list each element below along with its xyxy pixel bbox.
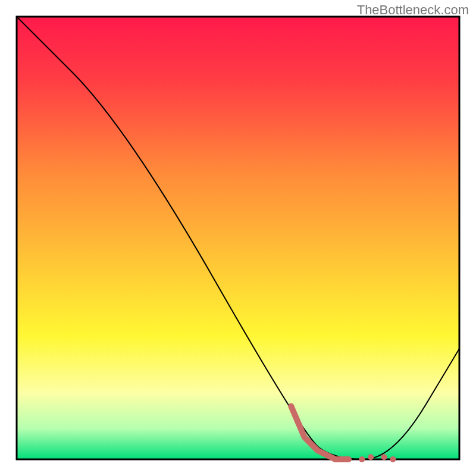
chart-container: TheBottleneck.com xyxy=(0,0,476,476)
svg-point-0 xyxy=(359,456,365,462)
bottleneck-chart xyxy=(0,0,476,476)
svg-point-2 xyxy=(381,454,387,460)
svg-point-1 xyxy=(368,454,374,460)
attribution-label: TheBottleneck.com xyxy=(357,2,469,18)
svg-point-3 xyxy=(390,456,396,462)
